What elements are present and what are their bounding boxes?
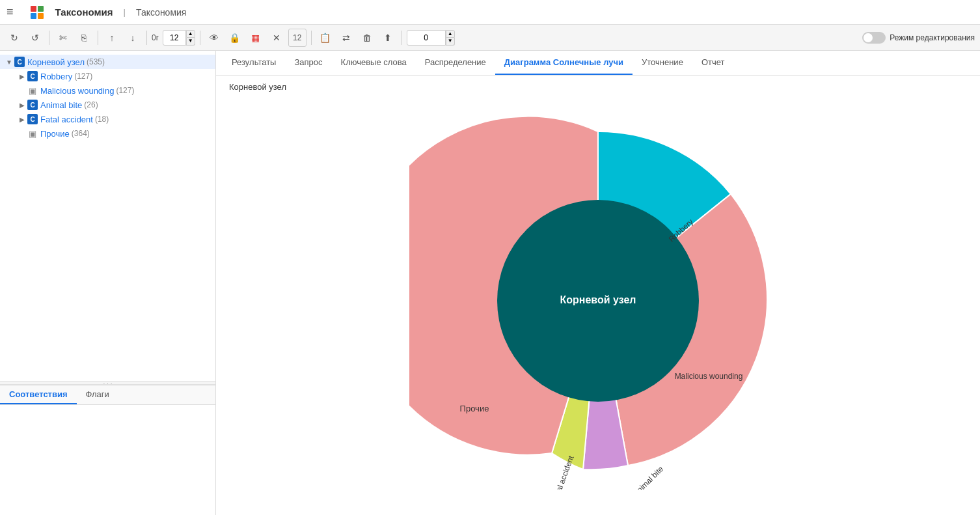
malicious-label: Malicious wounding — [40, 86, 114, 96]
eye-button[interactable]: 👁 — [205, 29, 223, 47]
up-button[interactable]: ↑ — [103, 29, 121, 47]
animal-type-badge: C — [27, 100, 38, 110]
animal-chart-label: Animal bite — [631, 464, 665, 490]
bottom-panel: Соответствия Флаги — [0, 385, 215, 515]
other-chart-label: Прочие — [460, 404, 489, 413]
sunburst-container: Корневой узел Robbery Malicious wounding… — [229, 97, 967, 504]
tab-refine[interactable]: Уточнение — [633, 51, 692, 75]
root-type-badge: C — [14, 57, 25, 67]
robbery-expand-icon[interactable]: ▶ — [17, 71, 27, 81]
down-button[interactable]: ↓ — [124, 29, 142, 47]
svg-rect-3 — [38, 13, 44, 19]
tree-item-fatal[interactable]: ▶ C Fatal accident (18) — [0, 112, 215, 126]
edit-mode-label: Режим редактирования — [890, 33, 975, 42]
fatal-expand-icon[interactable]: ▶ — [17, 114, 27, 124]
fx-button[interactable]: ✕ — [267, 29, 286, 47]
count-input[interactable] — [407, 30, 446, 46]
tab-results[interactable]: Результаты — [223, 51, 285, 75]
num-input-wrap: ▲ ▼ — [163, 30, 195, 46]
menu-sep: | — [124, 7, 126, 17]
root-label: Корневой узел — [27, 57, 85, 67]
tree-item-other[interactable]: ▶ ▣ Прочие (364) — [0, 126, 215, 141]
left-panel: ▼ C Корневой узел (535) ▶ C Robbery (127… — [0, 51, 216, 515]
move-button[interactable]: ⇄ — [337, 29, 355, 47]
paste-button[interactable]: 📋 — [316, 29, 334, 47]
toggle-knob — [864, 33, 873, 42]
tab-keywords[interactable]: Ключевые слова — [332, 51, 416, 75]
toolbar-sep-6 — [402, 31, 402, 45]
grid-button[interactable]: ▦ — [247, 29, 265, 47]
tree-root[interactable]: ▼ C Корневой узел (535) — [0, 55, 215, 69]
tab-distribution[interactable]: Распределение — [416, 51, 495, 75]
delete-button[interactable]: 🗑 — [358, 29, 376, 47]
count-up-button[interactable]: ▲ — [446, 30, 455, 38]
tab-report[interactable]: Отчет — [692, 51, 734, 75]
num-down-button[interactable]: ▼ — [186, 38, 195, 46]
right-panel: Результаты Запрос Ключевые слова Распред… — [216, 51, 980, 515]
toolbar-sep-1 — [49, 31, 49, 45]
tab-sunburst[interactable]: Диаграмма Солнечные лучи — [495, 51, 633, 75]
edit-mode-toggle[interactable] — [862, 32, 886, 44]
count-down-button[interactable]: ▼ — [446, 38, 455, 46]
tab-query[interactable]: Запрос — [285, 51, 331, 75]
chart-title: Корневой узел — [229, 82, 967, 92]
hamburger-icon[interactable]: ≡ — [7, 5, 14, 19]
app-logo — [29, 5, 45, 20]
tab-flags[interactable]: Флаги — [77, 385, 118, 404]
tab-matches[interactable]: Соответствия — [0, 385, 77, 404]
animal-label: Animal bite — [40, 100, 82, 110]
fatal-type-badge: C — [27, 114, 38, 124]
num-up-button[interactable]: ▲ — [186, 30, 195, 38]
tree-item-robbery[interactable]: ▶ C Robbery (127) — [0, 69, 215, 83]
toolbar-sep-2 — [98, 31, 98, 45]
fatal-label: Fatal accident — [40, 115, 93, 124]
other-label: Прочие — [40, 129, 70, 139]
main-layout: ▼ C Корневой узел (535) ▶ C Robbery (127… — [0, 51, 980, 515]
other-type-badge: ▣ — [27, 128, 38, 139]
root-expand-icon[interactable]: ▼ — [4, 57, 14, 67]
refresh-button[interactable]: ↻ — [5, 29, 23, 47]
num-label: 0r — [152, 33, 159, 42]
robbery-label: Robbery — [40, 72, 72, 81]
toolbar-sep-4 — [200, 31, 200, 45]
animal-count: (26) — [84, 100, 98, 109]
redo-button[interactable]: ↺ — [26, 29, 44, 47]
tree-area: ▼ C Корневой узел (535) ▶ C Robbery (127… — [0, 51, 215, 381]
app-title: Таксономия — [55, 7, 113, 18]
svg-rect-2 — [31, 13, 36, 19]
num-input[interactable] — [163, 30, 186, 46]
center-label: Корневой узел — [560, 294, 636, 305]
other-count: (364) — [72, 129, 90, 138]
app-subtitle: Таксономия — [136, 7, 186, 18]
copy-button[interactable]: ⎘ — [75, 29, 93, 47]
sunburst-chart: Корневой узел Robbery Malicious wounding… — [409, 112, 787, 490]
malicious-count: (127) — [116, 86, 134, 95]
menubar: ≡ Таксономия | Таксономия — [0, 0, 980, 25]
cut-button[interactable]: ✄ — [54, 29, 72, 47]
robbery-count: (127) — [74, 72, 92, 81]
chart-area: Корневой узел — [216, 76, 980, 515]
tree-item-malicious[interactable]: ▶ ▣ Malicious wounding (127) — [0, 83, 215, 98]
toolbar-sep-3 — [146, 31, 147, 45]
toolbar: ↻ ↺ ✄ ⎘ ↑ ↓ 0r ▲ ▼ 👁 🔒 ▦ ✕ 12 📋 ⇄ 🗑 ⬆ ▲ … — [0, 25, 980, 51]
count-wrap: ▲ ▼ — [407, 30, 455, 46]
robbery-type-badge: C — [27, 71, 38, 81]
toolbar-right: Режим редактирования — [862, 32, 975, 44]
export-button[interactable]: ⬆ — [379, 29, 397, 47]
fatal-count: (18) — [95, 115, 109, 124]
num2-label: 12 — [288, 29, 306, 47]
svg-rect-1 — [38, 6, 44, 12]
malicious-chart-label: Malicious wounding — [675, 372, 743, 381]
num-spinner: ▲ ▼ — [186, 30, 195, 46]
lock-button[interactable]: 🔒 — [226, 29, 244, 47]
tabs-bar: Результаты Запрос Ключевые слова Распред… — [216, 51, 980, 76]
malicious-type-badge: ▣ — [27, 85, 38, 96]
root-count: (535) — [87, 57, 105, 66]
bottom-tabs: Соответствия Флаги — [0, 385, 215, 405]
tree-item-animal[interactable]: ▶ C Animal bite (26) — [0, 98, 215, 112]
svg-rect-0 — [31, 6, 36, 12]
animal-expand-icon[interactable]: ▶ — [17, 100, 27, 110]
toolbar-sep-5 — [311, 31, 312, 45]
count-spinner: ▲ ▼ — [446, 30, 455, 46]
edit-mode-toggle-wrap: Режим редактирования — [862, 32, 975, 44]
